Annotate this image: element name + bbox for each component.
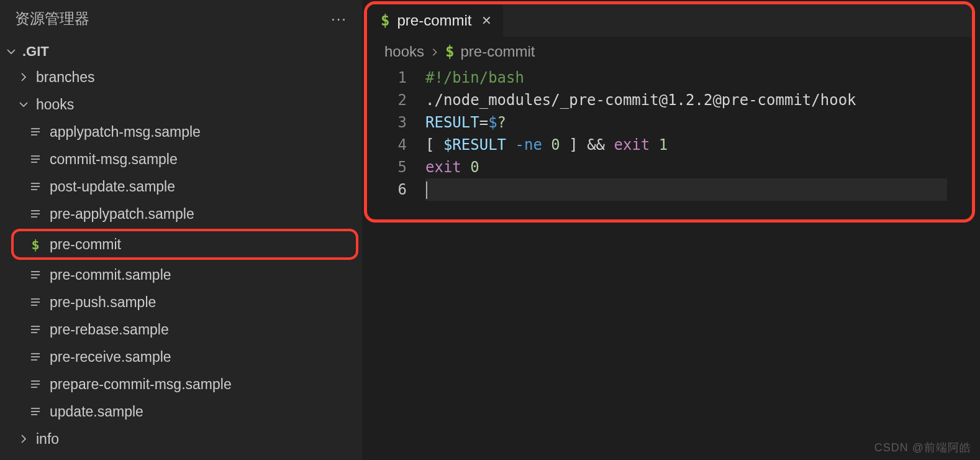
line-content[interactable]: [ $RESULT -ne 0 ] && exit 1 bbox=[425, 134, 668, 156]
chevron-down-icon bbox=[6, 47, 16, 57]
text-file-icon bbox=[29, 323, 42, 336]
chevron-down-icon bbox=[19, 99, 29, 109]
text-file-icon bbox=[29, 269, 42, 281]
text-file-icon bbox=[29, 126, 42, 138]
text-file-icon bbox=[29, 208, 42, 220]
close-icon[interactable]: ✕ bbox=[479, 11, 494, 30]
file-item[interactable]: pre-commit.sample bbox=[0, 261, 362, 288]
file-label: commit-msg.sample bbox=[50, 151, 178, 168]
line-content[interactable]: exit 0 bbox=[425, 156, 479, 178]
text-file-icon bbox=[29, 378, 42, 390]
file-item[interactable]: pre-receive.sample bbox=[0, 343, 362, 370]
explorer-title: 资源管理器 bbox=[15, 9, 89, 29]
root-folder-label: .GIT bbox=[22, 44, 49, 60]
line-content[interactable]: #!/bin/bash bbox=[425, 67, 524, 89]
line-content[interactable]: RESULT=$? bbox=[425, 111, 506, 134]
tab-pre-commit[interactable]: $ pre-commit ✕ bbox=[367, 4, 503, 37]
code-line[interactable]: 4[ $RESULT -ne 0 ] && exit 1 bbox=[367, 134, 972, 156]
line-number: 4 bbox=[367, 134, 425, 156]
file-item[interactable]: commit-msg.sample bbox=[0, 145, 362, 173]
code-line[interactable]: 3RESULT=$? bbox=[367, 111, 972, 134]
text-file-icon bbox=[29, 405, 42, 418]
code-editor[interactable]: 1#!/bin/bash2./node_modules/_pre-commit@… bbox=[367, 65, 972, 219]
root-folder-row[interactable]: .GIT bbox=[0, 40, 362, 63]
breadcrumb-folder[interactable]: hooks bbox=[384, 43, 424, 60]
file-label: pre-applypatch.sample bbox=[50, 206, 194, 223]
file-item[interactable]: pre-rebase.sample bbox=[0, 316, 362, 343]
line-number: 5 bbox=[367, 156, 425, 178]
file-label: pre-push.sample bbox=[50, 294, 156, 311]
file-item[interactable]: post-update.sample bbox=[0, 173, 362, 200]
folder-label: info bbox=[36, 431, 59, 448]
code-line[interactable]: 6 bbox=[367, 178, 972, 201]
file-item[interactable]: pre-applypatch.sample bbox=[0, 200, 362, 228]
more-icon[interactable]: ··· bbox=[331, 10, 351, 27]
line-number: 2 bbox=[367, 89, 425, 111]
file-item[interactable]: applypatch-msg.sample bbox=[0, 118, 362, 145]
breadcrumb[interactable]: hooks $ pre-commit bbox=[367, 37, 972, 65]
file-label: prepare-commit-msg.sample bbox=[50, 376, 232, 393]
text-file-icon bbox=[29, 296, 42, 308]
file-tree: branches hooks applypatch-msg.samplecomm… bbox=[0, 63, 362, 460]
code-line[interactable]: 1#!/bin/bash bbox=[367, 67, 972, 89]
folder-label: hooks bbox=[36, 96, 74, 113]
file-label: update.sample bbox=[50, 403, 143, 420]
shell-icon: $ bbox=[381, 12, 389, 29]
code-line[interactable]: 2./node_modules/_pre-commit@1.2.2@pre-co… bbox=[367, 89, 972, 111]
file-label: applypatch-msg.sample bbox=[50, 124, 201, 140]
line-number: 3 bbox=[367, 111, 425, 134]
line-number: 6 bbox=[367, 178, 425, 201]
file-label: pre-receive.sample bbox=[50, 349, 171, 366]
text-file-icon bbox=[29, 351, 42, 363]
explorer-sidebar: 资源管理器 ··· .GIT branches hooks applypatch… bbox=[0, 0, 362, 460]
file-label: pre-commit.sample bbox=[50, 267, 171, 283]
file-label: post-update.sample bbox=[50, 178, 175, 195]
chevron-right-icon bbox=[19, 434, 29, 444]
line-content[interactable]: ./node_modules/_pre-commit@1.2.2@pre-com… bbox=[425, 89, 856, 111]
file-label: pre-commit bbox=[50, 236, 121, 253]
file-item[interactable]: pre-push.sample bbox=[0, 288, 362, 316]
folder-info[interactable]: info bbox=[0, 425, 362, 453]
tab-bar: $ pre-commit ✕ bbox=[367, 4, 972, 37]
file-item[interactable]: $pre-commit bbox=[11, 229, 358, 260]
file-item[interactable]: update.sample bbox=[0, 398, 362, 425]
folder-hooks[interactable]: hooks bbox=[0, 91, 362, 118]
editor-highlight-box: $ pre-commit ✕ hooks $ pre-commit 1#!/bi… bbox=[364, 1, 975, 223]
line-content[interactable] bbox=[425, 178, 947, 201]
line-number: 1 bbox=[367, 67, 425, 89]
folder-branches[interactable]: branches bbox=[0, 63, 362, 91]
text-file-icon bbox=[29, 153, 42, 165]
file-item[interactable]: prepare-commit-msg.sample bbox=[0, 370, 362, 398]
code-line[interactable]: 5exit 0 bbox=[367, 156, 972, 178]
shell-icon: $ bbox=[29, 237, 42, 252]
chevron-right-icon bbox=[19, 72, 29, 82]
folder-label: branches bbox=[36, 69, 95, 86]
shell-icon: $ bbox=[445, 43, 454, 60]
cursor bbox=[426, 182, 427, 199]
explorer-header: 资源管理器 ··· bbox=[0, 5, 362, 40]
editor-area: $ pre-commit ✕ hooks $ pre-commit 1#!/bi… bbox=[362, 0, 980, 460]
file-label: pre-rebase.sample bbox=[50, 321, 169, 338]
tab-title: pre-commit bbox=[397, 12, 471, 29]
text-file-icon bbox=[29, 180, 42, 193]
chevron-right-icon bbox=[430, 43, 439, 60]
breadcrumb-file[interactable]: pre-commit bbox=[461, 43, 535, 60]
